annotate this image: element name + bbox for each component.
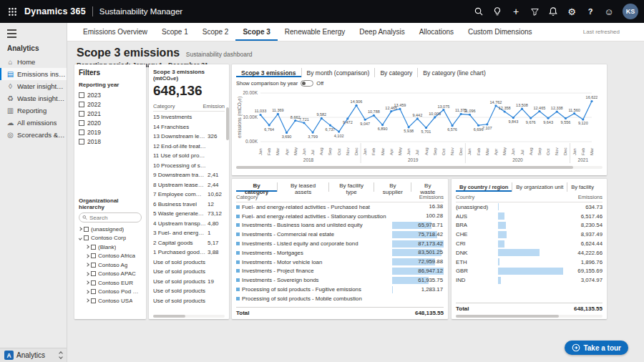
country-tab-by-facility[interactable]: By facility — [567, 182, 597, 192]
sidebar-item-waste-insights[interactable]: ♻ Waste insights (preview) — [0, 92, 67, 104]
category-table-row[interactable]: Fuel- and energy-related activities - Pu… — [236, 202, 444, 212]
category-col-category[interactable]: Category — [236, 194, 258, 200]
year-checkbox[interactable] — [79, 129, 84, 135]
kpi-hscroll-thumb[interactable] — [153, 315, 185, 318]
settings-gear-icon[interactable]: ⚙ — [562, 0, 581, 23]
category-table-row[interactable]: Investments - Sovereign bonds 61,935.75 — [236, 275, 444, 285]
country-table-row[interactable]: (unassigned) 634.73 — [456, 202, 602, 212]
hamburger-menu-icon[interactable] — [7, 29, 16, 40]
kpi-table-row[interactable]: 7 Employee commuting 10,62 — [153, 190, 225, 200]
kpi-table-row[interactable]: Use of sold products — [153, 305, 225, 307]
country-table-row[interactable]: IND 3,074.97 — [456, 275, 602, 285]
year-filter-option[interactable]: 2020 — [79, 118, 142, 127]
trend-tab-scope-3-emissions[interactable]: Scope 3 emissions — [236, 68, 301, 77]
trend-tab-by-category-line-chart[interactable]: By category (line chart) — [417, 68, 490, 77]
sidebar-item-emissions-insights[interactable]: ▤ Emissions insights — [0, 68, 67, 80]
tab-scope-1[interactable]: Scope 1 — [155, 23, 195, 41]
tree-checkbox[interactable] — [91, 271, 96, 276]
tree-chevron-icon[interactable] — [85, 280, 89, 285]
kpi-table-row[interactable]: Use of sold products — [153, 258, 225, 268]
waffle-menu-icon[interactable] — [0, 0, 24, 23]
year-filter-option[interactable]: 2019 — [79, 127, 142, 137]
sidebar-item-water-insights[interactable]: ◊ Water insights (preview) — [0, 80, 67, 92]
kpi-table-row[interactable]: 13 Downstream leased assets 326 — [153, 132, 225, 142]
app-name[interactable]: Sustainability Manager — [99, 7, 182, 16]
kpi-table-row[interactable]: 15 Investments — [153, 112, 225, 122]
org-tree-item[interactable]: Contoso APAC — [79, 270, 142, 279]
org-search-input[interactable] — [89, 215, 138, 221]
sidebar-item-all-emissions[interactable]: ☁ All emissions — [0, 117, 67, 129]
kpi-table-row[interactable]: 9 Downstream transportation and distribu… — [153, 170, 225, 180]
country-tab-by-organization-unit[interactable]: By organization unit — [512, 182, 567, 192]
kpi-table-row[interactable]: 14 Franchises — [153, 122, 225, 132]
category-table-row[interactable]: Fuel- and energy-related activities - St… — [236, 212, 444, 221]
cat-tab-by-leased-assets[interactable]: By leased assets — [277, 182, 328, 192]
tree-chevron-icon[interactable] — [85, 254, 89, 258]
category-table-row[interactable]: Processing of sold products - Fugitive e… — [236, 285, 444, 294]
org-tree-item[interactable]: Contoso Africa — [79, 252, 142, 261]
feedback-smiley-icon[interactable]: ☺ — [600, 0, 618, 23]
area-switcher[interactable]: A Analytics — [0, 348, 67, 362]
tree-checkbox[interactable] — [91, 253, 96, 258]
year-filter-option[interactable]: 2022 — [79, 99, 142, 109]
emissions-line-chart[interactable]: 0.00K10.00K20.00Kemissions (mtCO₂e)11,03… — [236, 87, 597, 165]
country-col-country[interactable]: Country — [456, 194, 474, 200]
country-table-row[interactable]: CHE 8,937.49 — [456, 230, 602, 239]
org-tree-item[interactable]: Contoso Pod Business — [79, 288, 142, 297]
trend-tab-by-category[interactable]: By category — [374, 68, 417, 77]
sidebar-item-scorecards-goals[interactable]: ◎ Scorecards & goals — [0, 129, 67, 141]
country-table-row[interactable]: GBR 69,155.69 — [456, 267, 602, 276]
kpi-table-row[interactable]: Use of sold products — [153, 286, 225, 296]
category-table-row[interactable]: Investments - Mortgages 83,501.25 — [236, 248, 444, 258]
kpi-table-row[interactable]: 3 Fuel- and energy-related activities 1 — [153, 228, 225, 238]
kpi-table-row[interactable]: Use of sold products — [153, 267, 225, 277]
tree-checkbox[interactable] — [91, 263, 96, 268]
kpi-col-emissions[interactable]: Emission — [203, 103, 225, 109]
country-col-emissions[interactable]: Emissions — [578, 194, 602, 200]
year-checkbox[interactable] — [79, 111, 84, 117]
org-tree-item[interactable]: Contoso Corp — [79, 234, 142, 243]
country-table-row[interactable]: DNK 44,222.66 — [456, 248, 602, 258]
tree-checkbox[interactable] — [84, 227, 89, 232]
category-table-row[interactable]: Investments - Project finance 86,947.12 — [236, 267, 444, 276]
country-table-row[interactable]: BRA 8,230.54 — [456, 221, 602, 230]
tab-custom-dimensions[interactable]: Custom Dimensions — [461, 23, 539, 41]
tree-checkbox[interactable] — [91, 298, 96, 303]
kpi-table-row[interactable]: 11 Use of sold products — [153, 151, 225, 161]
comparison-toggle[interactable] — [301, 80, 313, 87]
tree-checkbox[interactable] — [91, 289, 96, 294]
kpi-table-row[interactable]: 4 Upstream transportation and distributi… — [153, 219, 225, 229]
year-filter-option[interactable]: 2023 — [79, 90, 142, 99]
tab-emissions-overview[interactable]: Emissions Overview — [76, 23, 155, 41]
tree-chevron-icon[interactable] — [85, 263, 89, 267]
cat-tab-by-category[interactable]: By category — [236, 182, 277, 192]
tree-checkbox[interactable] — [91, 245, 96, 250]
tree-checkbox[interactable] — [91, 280, 96, 285]
lightbulb-icon[interactable] — [488, 0, 507, 23]
year-checkbox[interactable] — [79, 139, 84, 145]
kpi-table-row[interactable]: Use of sold products — [153, 296, 225, 306]
country-tab-by-country-region[interactable]: By country / region — [456, 182, 512, 192]
help-icon[interactable]: ? — [581, 0, 600, 23]
tree-chevron-icon[interactable] — [85, 245, 89, 249]
add-icon[interactable]: + — [507, 0, 525, 23]
cat-tab-by-waste[interactable]: By waste — [411, 182, 444, 192]
kpi-vertical-scrollbar[interactable] — [226, 107, 229, 140]
tree-chevron-icon[interactable] — [79, 236, 82, 240]
category-table-row[interactable]: Investments - Listed equity and corporat… — [236, 239, 444, 248]
org-tree-item[interactable]: Contoso EUR — [79, 278, 142, 288]
org-tree-item[interactable]: Contoso USA — [79, 296, 142, 305]
kpi-table-row[interactable]: 8 Upstream leased assets 2,44 — [153, 180, 225, 190]
tab-allocations[interactable]: Allocations — [412, 23, 461, 41]
org-tree-item[interactable]: (unassigned) — [79, 225, 142, 234]
category-table-row[interactable]: Investments - Motor vehicle loan 72,959.… — [236, 258, 444, 267]
category-table-row[interactable]: Processing of sold products - Mobile com… — [236, 294, 444, 303]
tab-scope-3[interactable]: Scope 3 — [235, 23, 277, 41]
country-table-row[interactable]: CRI 6,624.44 — [456, 239, 602, 248]
kpi-table-row[interactable]: 10 Processing of sold products — [153, 161, 225, 171]
kpi-table-row[interactable]: 1 Purchased goods and services 3,88 — [153, 248, 225, 258]
tab-scope-2[interactable]: Scope 2 — [195, 23, 236, 41]
category-table-row[interactable]: Investments - Business loans and unliste… — [236, 221, 444, 230]
avatar[interactable]: KS — [623, 4, 638, 19]
country-table-row[interactable]: ETH 1,896.76 — [456, 258, 602, 267]
